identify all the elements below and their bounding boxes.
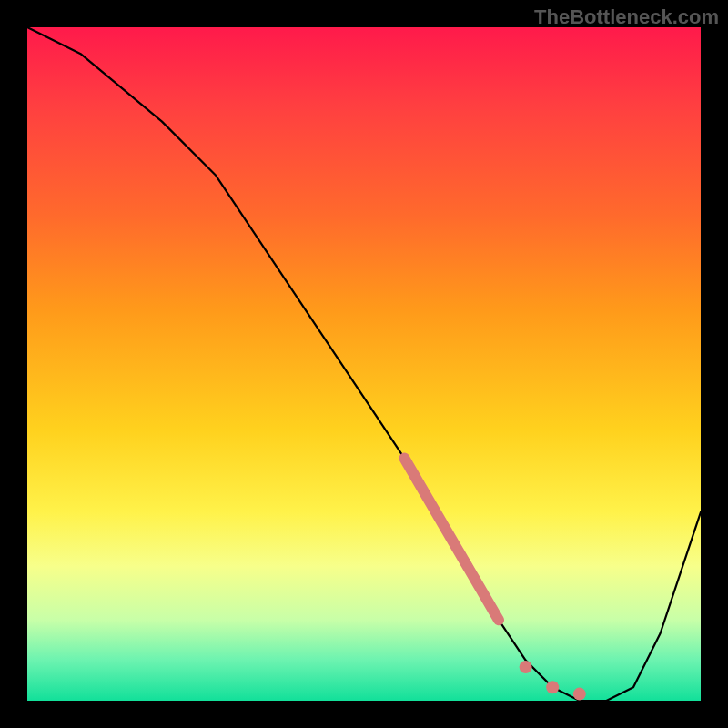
- plot-area: [27, 27, 701, 701]
- highlight-segment: [404, 459, 499, 621]
- highlight-dot: [546, 681, 559, 693]
- chart-frame: TheBottleneck.com: [0, 0, 728, 728]
- highlight-dot: [520, 661, 532, 673]
- watermark-text: TheBottleneck.com: [534, 5, 719, 29]
- bottleneck-curve: [27, 27, 701, 701]
- highlight-dots: [520, 661, 586, 701]
- chart-overlay: [27, 27, 701, 701]
- highlight-dot: [573, 688, 586, 701]
